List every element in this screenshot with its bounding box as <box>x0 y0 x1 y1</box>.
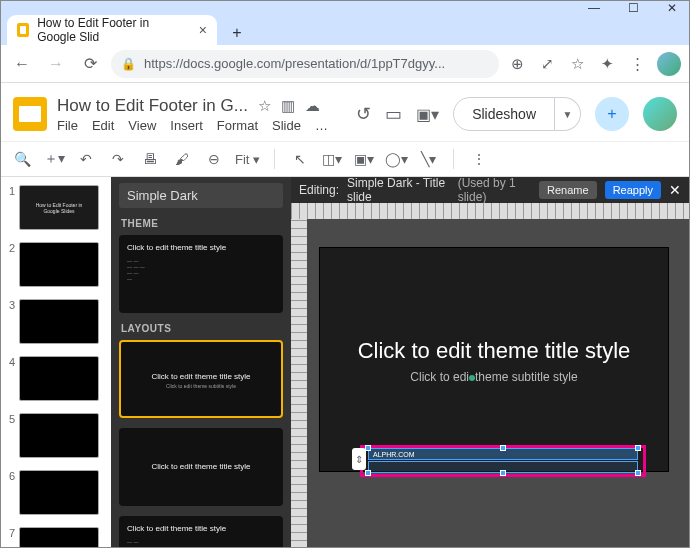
redo-icon[interactable]: ↷ <box>107 151 129 167</box>
slide-title-placeholder[interactable]: Click to edit theme title style <box>320 338 668 364</box>
paint-format-icon[interactable]: 🖌 <box>171 151 193 167</box>
comments-icon[interactable]: ▭ <box>385 103 402 125</box>
search-page-icon[interactable]: ⊕ <box>507 54 527 74</box>
chrome-profile-avatar[interactable] <box>657 52 681 76</box>
slide-thumb-3[interactable] <box>19 299 99 344</box>
canvas-area: Editing: Simple Dark - Title slide (Used… <box>291 177 689 548</box>
new-slide-icon[interactable]: ＋▾ <box>43 150 65 168</box>
ruler-horizontal[interactable] <box>291 203 689 219</box>
more-tools-icon[interactable]: ⋮ <box>468 151 490 167</box>
extensions-puzzle-icon[interactable]: ✦ <box>597 54 617 74</box>
layout-thumb-3[interactable]: Click to edit theme title style — —— — —… <box>119 516 283 548</box>
chrome-tabstrip: How to Edit Footer in Google Slid × + <box>1 15 689 45</box>
resize-handle-icon[interactable] <box>500 470 506 476</box>
menu-bar: File Edit View Insert Format Slide … <box>57 118 328 133</box>
document-title[interactable]: How to Edit Footer in G... <box>57 96 248 116</box>
master-theme-thumb[interactable]: Click to edit theme title style — —— — —… <box>119 235 283 313</box>
window-controls: — ☐ ✕ <box>1 1 689 15</box>
shape-tool-icon[interactable]: ◯▾ <box>385 151 407 167</box>
nav-back-button[interactable]: ← <box>9 51 35 77</box>
slideshow-dropdown[interactable]: ▼ <box>555 97 581 131</box>
menu-insert[interactable]: Insert <box>170 118 203 133</box>
textbox-tool-icon[interactable]: ◫▾ <box>321 151 343 167</box>
app-header: How to Edit Footer in G... ☆ ▥ ☁ File Ed… <box>1 83 689 141</box>
minimize-button[interactable]: — <box>588 1 600 15</box>
image-tool-icon[interactable]: ▣▾ <box>353 151 375 167</box>
slide-canvas[interactable]: Click to edit theme title style Click to… <box>319 247 669 472</box>
nav-forward-button[interactable]: → <box>43 51 69 77</box>
zoom-icon[interactable]: ⤢ <box>537 54 557 74</box>
browser-toolbar: ← → ⟳ 🔒 https://docs.google.com/presenta… <box>1 45 689 83</box>
undo-icon[interactable]: ↶ <box>75 151 97 167</box>
slide-thumb-2[interactable] <box>19 242 99 287</box>
ruler-vertical[interactable] <box>291 219 307 548</box>
menu-more[interactable]: … <box>315 118 328 133</box>
nav-reload-button[interactable]: ⟳ <box>77 51 103 77</box>
workspace: 1 2 3 4 5 6 7 Simple Dark THEME Click to… <box>1 177 689 548</box>
section-layouts-label: LAYOUTS <box>121 323 281 334</box>
close-window-button[interactable]: ✕ <box>667 1 677 15</box>
footer-text: ALPHR.COM <box>373 451 415 458</box>
history-icon[interactable]: ↺ <box>356 103 371 125</box>
new-tab-button[interactable]: + <box>225 21 249 45</box>
bookmark-star-icon[interactable]: ☆ <box>567 54 587 74</box>
tool-toolbar: 🔍 ＋▾ ↶ ↷ 🖶 🖌 ⊖ Fit ▾ ↖ ◫▾ ▣▾ ◯▾ ╲▾ ⋮ <box>1 141 689 177</box>
menu-format[interactable]: Format <box>217 118 258 133</box>
slide-thumbnail-panel: 1 2 3 4 5 6 7 <box>1 177 111 548</box>
menu-edit[interactable]: Edit <box>92 118 114 133</box>
footer-slide-number-placeholder[interactable] <box>368 461 638 473</box>
layout-thumb-2[interactable]: Click to edit theme title style <box>119 428 283 506</box>
maximize-button[interactable]: ☐ <box>628 1 639 15</box>
line-tool-icon[interactable]: ╲▾ <box>417 151 439 167</box>
footer-text-placeholder[interactable]: ALPHR.COM <box>368 448 638 460</box>
slide-thumb-5[interactable] <box>19 413 99 458</box>
account-avatar[interactable] <box>643 97 677 131</box>
slide-thumb-6[interactable] <box>19 470 99 515</box>
search-tool-icon[interactable]: 🔍 <box>11 151 33 167</box>
reapply-layout-button[interactable]: Reapply <box>605 181 661 199</box>
select-tool-icon[interactable]: ↖ <box>289 151 311 167</box>
close-theme-editor-icon[interactable]: ✕ <box>669 182 681 198</box>
editing-usage: (Used by 1 slide) <box>458 177 531 204</box>
theme-builder-panel: Simple Dark THEME Click to edit theme ti… <box>111 177 291 548</box>
menu-slide[interactable]: Slide <box>272 118 301 133</box>
slides-logo-icon[interactable] <box>13 97 47 131</box>
chrome-menu-icon[interactable]: ⋮ <box>627 54 647 74</box>
editing-layout-name: Simple Dark - Title slide <box>347 177 450 204</box>
move-doc-icon[interactable]: ▥ <box>281 97 295 115</box>
menu-view[interactable]: View <box>128 118 156 133</box>
cloud-status-icon[interactable]: ☁ <box>305 97 320 115</box>
share-button[interactable]: + <box>595 97 629 131</box>
zoom-select[interactable]: Fit ▾ <box>235 152 260 167</box>
browser-tab[interactable]: How to Edit Footer in Google Slid × <box>7 15 217 45</box>
resize-handle-icon[interactable] <box>365 470 371 476</box>
menu-file[interactable]: File <box>57 118 78 133</box>
section-theme-label: THEME <box>121 218 281 229</box>
resize-handle-icon[interactable] <box>500 445 506 451</box>
drag-grip-icon[interactable]: ⇕ <box>352 448 366 470</box>
resize-handle-icon[interactable] <box>635 470 641 476</box>
rename-layout-button[interactable]: Rename <box>539 181 597 199</box>
zoom-out-icon[interactable]: ⊖ <box>203 151 225 167</box>
print-icon[interactable]: 🖶 <box>139 151 161 167</box>
address-bar[interactable]: 🔒 https://docs.google.com/presentation/d… <box>111 50 499 78</box>
slide-subtitle-placeholder[interactable]: Click to editheme subtitle style <box>320 370 668 384</box>
star-doc-icon[interactable]: ☆ <box>258 97 271 115</box>
present-camera-icon[interactable]: ▣▾ <box>416 105 439 124</box>
layout-thumb-title-slide[interactable]: Click to edit theme title style Click to… <box>119 340 283 418</box>
resize-handle-icon[interactable] <box>635 445 641 451</box>
tab-close-icon[interactable]: × <box>199 22 207 38</box>
editing-info-bar: Editing: Simple Dark - Title slide (Used… <box>291 177 689 203</box>
slide-thumb-1[interactable] <box>19 185 99 230</box>
slide-thumb-4[interactable] <box>19 356 99 401</box>
slides-favicon-icon <box>17 23 29 37</box>
slideshow-button[interactable]: Slideshow <box>453 97 555 131</box>
editing-prefix: Editing: <box>299 183 339 197</box>
tab-title: How to Edit Footer in Google Slid <box>37 16 191 44</box>
theme-name[interactable]: Simple Dark <box>119 183 283 208</box>
url-text: https://docs.google.com/presentation/d/1… <box>144 56 445 71</box>
slide-thumb-7[interactable] <box>19 527 99 548</box>
lock-icon: 🔒 <box>121 57 136 71</box>
